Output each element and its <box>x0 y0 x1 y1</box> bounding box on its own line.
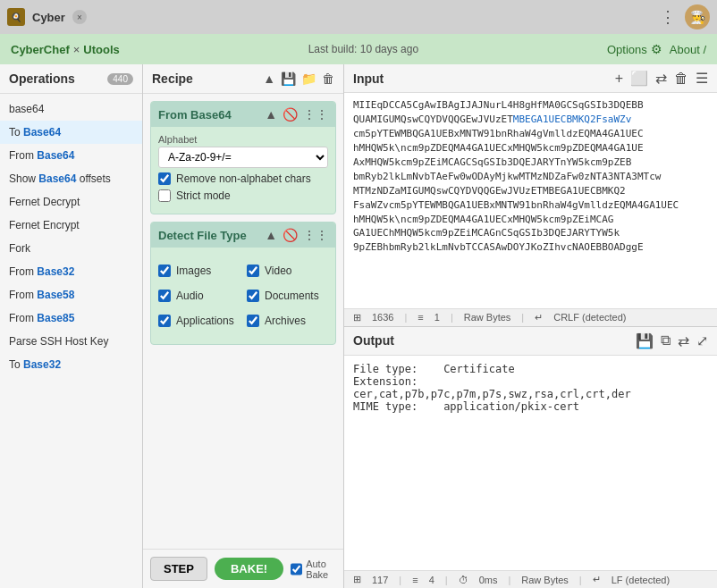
input-char-icon: ⊞ <box>353 312 361 323</box>
output-char-count: 117 <box>372 575 388 585</box>
remove-nonalpha-checkbox[interactable] <box>158 172 171 185</box>
sidebar-item-fernet-encrypt[interactable]: Fernet Encrypt <box>0 214 142 237</box>
input-area: Input + ⬜ ⇄ 🗑 ☰ MIIEqDCCA5CgAwIBAgIJAJNu… <box>344 64 717 327</box>
window-menu-button[interactable]: ⋮ <box>660 7 678 27</box>
output-save-btn[interactable]: 💾 <box>636 332 654 349</box>
input-format: Raw Bytes <box>464 312 511 323</box>
input-line-ending: CRLF (detected) <box>553 312 626 323</box>
input-controls: + ⬜ ⇄ 🗑 ☰ <box>615 70 708 87</box>
op-from-base64-controls: ▲ 🚫 ⋮⋮ <box>265 107 328 122</box>
strict-mode-row: Strict mode <box>158 189 328 202</box>
sidebar-item-from-base64[interactable]: From Base64 <box>0 144 142 167</box>
auto-bake-checkbox[interactable] <box>291 563 302 575</box>
menu-bar: CyberChef × Utools Last build: 10 days a… <box>0 34 717 64</box>
gear-icon: ⚙ <box>651 42 662 56</box>
operations-count: 440 <box>107 73 133 85</box>
right-panel: Input + ⬜ ⇄ 🗑 ☰ MIIEqDCCA5CgAwIBAgIJAJNu… <box>344 64 717 588</box>
alphabet-select[interactable]: A-Za-z0-9+/= <box>158 147 328 168</box>
output-time-icon: ⏱ <box>459 575 468 585</box>
sidebar-item-show-base64-offsets[interactable]: Show Base64 offsets <box>0 167 142 190</box>
input-line-icon: ≡ <box>418 312 423 323</box>
output-line-count: 4 <box>429 575 434 585</box>
output-expand-btn[interactable]: ⤢ <box>696 332 708 349</box>
input-line-count: 1 <box>434 312 440 323</box>
sidebar-item-fernet-decrypt[interactable]: Fernet Decrypt <box>0 190 142 214</box>
op-from-base64: From Base64 ▲ 🚫 ⋮⋮ Alphabet A-Za-z0-9+/=… <box>150 101 336 214</box>
input-content[interactable]: MIIEqDCCA5CgAwIBAgIJAJNurL4H8gHfMA0GCSqG… <box>344 93 717 308</box>
sidebar-item-base64[interactable]: base64 <box>0 97 142 121</box>
op2-drag-btn[interactable]: ⋮⋮ <box>303 228 328 242</box>
about-link[interactable]: About / <box>670 43 706 56</box>
video-checkbox[interactable] <box>247 265 259 277</box>
input-delete-btn[interactable]: 🗑 <box>674 70 688 87</box>
bake-button[interactable]: BAKE! <box>215 558 283 580</box>
sidebar-items-list: base64 To Base64 From Base64 Show Base64… <box>0 94 142 588</box>
output-copy-btn[interactable]: ⧉ <box>661 332 671 349</box>
input-menu-btn[interactable]: ☰ <box>696 70 708 87</box>
utools-link[interactable]: Utools <box>83 43 119 56</box>
audio-checkbox[interactable] <box>158 290 171 302</box>
op1-disable-btn[interactable]: 🚫 <box>283 107 298 122</box>
recipe-clear-button[interactable]: 🗑 <box>322 71 334 86</box>
options-menu[interactable]: Options ⚙ <box>607 42 662 56</box>
step-button[interactable]: STEP <box>150 557 207 581</box>
applications-label: Applications <box>176 315 234 327</box>
alphabet-label: Alphabet <box>158 134 328 145</box>
archives-label: Archives <box>265 315 306 327</box>
cyberchef-link[interactable]: CyberChef <box>11 43 70 56</box>
op-from-base64-header: From Base64 ▲ 🚫 ⋮⋮ <box>151 102 335 127</box>
documents-label: Documents <box>265 290 319 302</box>
input-title: Input <box>353 71 615 86</box>
input-swap-btn[interactable]: ⇄ <box>655 70 667 87</box>
op-detect-file-type: Detect File Type ▲ 🚫 ⋮⋮ Images <box>150 222 336 345</box>
strict-mode-checkbox[interactable] <box>158 189 171 202</box>
recipe-load-button[interactable]: 📁 <box>301 71 316 86</box>
output-line-ending-icon: ↵ <box>593 574 601 585</box>
archives-checkbox[interactable] <box>247 315 259 327</box>
sidebar-item-from-base32[interactable]: From Base32 <box>0 260 142 283</box>
archives-row: Archives <box>247 315 328 327</box>
documents-checkbox[interactable] <box>247 290 259 302</box>
images-label: Images <box>176 265 211 277</box>
audio-row: Audio <box>158 290 240 302</box>
output-header: Output 💾 ⧉ ⇄ ⤢ <box>344 327 717 356</box>
op2-collapse-btn[interactable]: ▲ <box>265 228 277 242</box>
sidebar: Operations 440 base64 To Base64 From Bas… <box>0 64 143 588</box>
sidebar-item-from-base58[interactable]: From Base58 <box>0 283 142 307</box>
op2-disable-btn[interactable]: 🚫 <box>283 228 298 242</box>
output-line-icon: ≡ <box>412 575 418 585</box>
remove-nonalpha-label: Remove non-alphabet chars <box>176 172 311 185</box>
input-maximize-btn[interactable]: ⬜ <box>630 70 648 87</box>
op1-drag-btn[interactable]: ⋮⋮ <box>303 107 328 122</box>
sidebar-title: Operations <box>9 71 75 86</box>
sidebar-item-to-base32[interactable]: To Base32 <box>0 353 142 376</box>
applications-checkbox[interactable] <box>158 315 171 327</box>
build-info: Last build: 10 days ago <box>308 43 418 55</box>
recipe-title: Recipe <box>152 71 263 86</box>
file-type-checkboxes: Images Video Audio Documents <box>158 260 328 332</box>
close-button[interactable]: × <box>72 10 87 24</box>
input-add-btn[interactable]: + <box>615 70 623 87</box>
applications-row: Applications <box>158 315 240 327</box>
sidebar-item-fork[interactable]: Fork <box>0 237 142 260</box>
images-row: Images <box>158 265 240 277</box>
op-detect-file-type-controls: ▲ 🚫 ⋮⋮ <box>265 228 328 242</box>
recipe-header: Recipe ▲ 💾 📁 🗑 <box>143 64 343 94</box>
sidebar-item-parse-ssh[interactable]: Parse SSH Host Key <box>0 330 142 353</box>
documents-row: Documents <box>247 290 328 302</box>
recipe-save-button[interactable]: 💾 <box>281 71 296 86</box>
output-swap-btn[interactable]: ⇄ <box>678 332 689 349</box>
sidebar-item-to-base64[interactable]: To Base64 <box>0 121 142 144</box>
op1-collapse-btn[interactable]: ▲ <box>265 107 277 122</box>
menu-sep1: × <box>73 43 80 56</box>
main-layout: Operations 440 base64 To Base64 From Bas… <box>0 64 717 588</box>
images-checkbox[interactable] <box>158 265 171 277</box>
recipe-collapse-button[interactable]: ▲ <box>263 71 275 86</box>
title-bar: 🍳 Cyber × ⋮ 👨‍🍳 <box>0 0 717 34</box>
op-from-base64-content: Alphabet A-Za-z0-9+/= Remove non-alphabe… <box>151 127 335 214</box>
sidebar-header: Operations 440 <box>0 64 142 94</box>
avatar: 👨‍🍳 <box>685 4 710 29</box>
output-char-icon: ⊞ <box>353 574 361 585</box>
sidebar-item-from-base85[interactable]: From Base85 <box>0 307 142 330</box>
video-row: Video <box>247 265 328 277</box>
